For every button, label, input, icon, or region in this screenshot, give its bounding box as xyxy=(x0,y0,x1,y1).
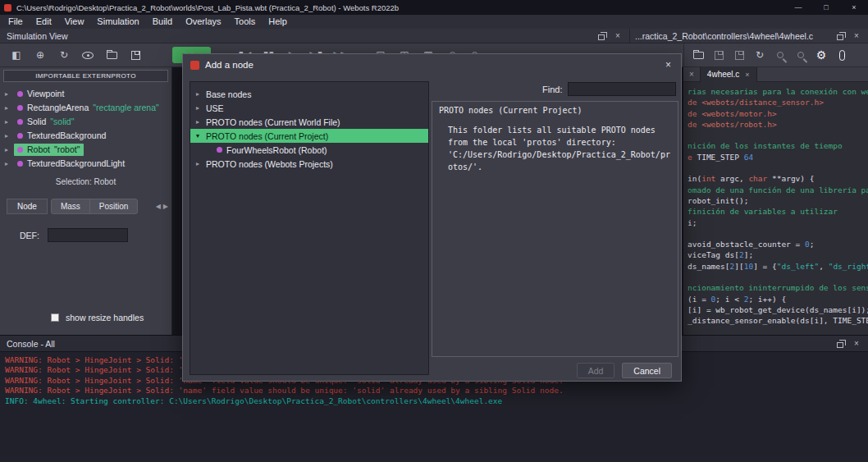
dialog-tree: ▸Base nodes▸USE▸PROTO nodes (Current Wor… xyxy=(190,81,429,375)
simulation-view-close-button[interactable]: × xyxy=(613,30,623,42)
dialog-close-button[interactable]: × xyxy=(663,59,674,71)
close-tab-bar-icon[interactable]: × xyxy=(683,70,700,79)
menu-item-view[interactable]: View xyxy=(58,15,91,29)
scene-tree-item-texturedbackground[interactable]: ▸TexturedBackground xyxy=(0,129,171,143)
code-line: ncionamiento ininterrumpido de los senso… xyxy=(688,282,868,293)
attach-icon[interactable] xyxy=(835,46,848,64)
chevron-right-icon: ▸ xyxy=(196,118,206,126)
chevron-right-icon: ▸ xyxy=(196,160,206,167)
chevron-down-icon: ▾ xyxy=(196,132,206,140)
find-replace-icon[interactable] xyxy=(794,46,807,64)
maximize-button[interactable]: □ xyxy=(812,0,840,15)
scene-tree: ▸Viewpoint▸RectangleArena"rectangle aren… xyxy=(0,87,171,171)
reload-world-icon[interactable]: ↻ xyxy=(57,46,71,64)
save-all-icon[interactable] xyxy=(733,46,746,64)
open-file-icon[interactable] xyxy=(692,46,705,64)
menu-item-tools[interactable]: Tools xyxy=(228,15,263,29)
console-line: WARNING: Robot > HingeJoint > Solid: 'na… xyxy=(5,386,863,396)
menu-bar: FileEditViewSimulationBuildOverlaysTools… xyxy=(0,15,868,29)
editor-dock-float-button[interactable] xyxy=(835,30,845,42)
selection-label: Selection: Robot xyxy=(0,177,171,186)
preferences-gear-icon[interactable]: ⚙ xyxy=(815,46,828,64)
chevron-right-icon: ▸ xyxy=(5,132,14,140)
minimize-button[interactable]: — xyxy=(784,0,812,15)
menu-item-help[interactable]: Help xyxy=(262,15,294,29)
dialog-tree-item-base-nodes[interactable]: ▸Base nodes xyxy=(190,87,428,101)
title-bar: C:\Users\Rodrigo\Desktop\Practica_2_Robo… xyxy=(0,0,868,15)
field-editor-tabs: Node Mass Position ◀ ▶ xyxy=(0,197,171,215)
editor-dock-header: ...ractica_2_Robot\controllers\4wheel\4w… xyxy=(629,29,868,43)
scene-tree-item-texturedbackgroundlight[interactable]: ▸TexturedBackgroundLight xyxy=(0,157,171,171)
add-node-icon[interactable]: ⊕ xyxy=(34,46,47,64)
code-line: viceTag ds[2]; xyxy=(688,249,868,260)
dialog-title: Add a node xyxy=(205,60,657,70)
dialog-tree-item-proto-nodes-webots-projects[interactable]: ▸PROTO nodes (Webots Projects) xyxy=(190,157,428,171)
chevron-right-icon: ▸ xyxy=(5,90,14,98)
node-info-title: PROTO nodes (Current Project) xyxy=(439,106,671,115)
simulation-view-title: Simulation View xyxy=(7,31,68,41)
scene-tree-item-robot[interactable]: ▸Robot"robot" xyxy=(0,143,171,157)
node-icon xyxy=(217,147,222,153)
cancel-button[interactable]: Cancel xyxy=(622,363,672,378)
close-button[interactable]: × xyxy=(840,0,868,15)
code-line: de <webots/distance_sensor.h> xyxy=(688,97,868,107)
chevron-right-icon: ▸ xyxy=(196,104,206,112)
code-area[interactable]: rias necesarias para la conexión con web… xyxy=(683,82,868,327)
code-line: robot_init(); xyxy=(688,195,868,206)
editor-dock-close-button[interactable]: × xyxy=(852,30,861,42)
dialog-tree-item-use[interactable]: ▸USE xyxy=(190,101,428,115)
window-title: C:\Users\Rodrigo\Desktop\Practica_2_Robo… xyxy=(16,3,784,12)
tab-node[interactable]: Node xyxy=(7,199,48,214)
menu-item-edit[interactable]: Edit xyxy=(30,15,58,29)
dialog-tree-item-fourwheelsrobot-robot[interactable]: FourWheelsRobot (Robot) xyxy=(190,143,428,157)
tab-scroll-right-icon[interactable]: ▶ xyxy=(163,203,168,210)
find-icon[interactable] xyxy=(774,46,787,64)
tab-mass[interactable]: Mass xyxy=(52,199,89,213)
dialog-tree-item-proto-nodes-current-world-file[interactable]: ▸PROTO nodes (Current World File) xyxy=(190,115,428,129)
node-icon xyxy=(17,119,23,125)
importable-externproto-button[interactable]: IMPORTABLE EXTERNPROTO xyxy=(3,70,168,82)
editor-tab-bar: × 4wheel.c × xyxy=(683,67,868,82)
menu-item-overlays[interactable]: Overlays xyxy=(179,15,227,29)
add-node-dialog: Add a node × ▸Base nodes▸USE▸PROTO nodes… xyxy=(182,53,682,382)
console-close-button[interactable]: × xyxy=(852,338,861,350)
scene-tree-item-viewpoint[interactable]: ▸Viewpoint xyxy=(0,87,171,101)
console-float-button[interactable] xyxy=(835,338,845,350)
open-world-icon[interactable] xyxy=(105,46,118,64)
menu-item-build[interactable]: Build xyxy=(146,15,179,29)
webots-window: C:\Users\Rodrigo\Desktop\Practica_2_Robo… xyxy=(0,0,868,462)
node-icon xyxy=(17,105,23,111)
code-line: finición de variables a utilizar xyxy=(688,206,868,217)
tab-position[interactable]: Position xyxy=(89,199,138,213)
def-input[interactable] xyxy=(48,228,128,242)
code-line: [i] = wb_robot_get_device(ds_names[i]); xyxy=(688,304,868,315)
node-info-body: This folder lists all suitable PROTO nod… xyxy=(439,124,670,173)
code-line xyxy=(688,162,868,173)
tab-4wheel-c[interactable]: 4wheel.c × xyxy=(700,67,757,82)
show-resize-handles-checkbox[interactable] xyxy=(51,313,59,322)
def-label: DEF: xyxy=(20,231,39,240)
console-line: INFO: 4wheel: Starting controller: C:\Us… xyxy=(5,396,863,406)
chevron-right-icon: ▸ xyxy=(5,146,14,153)
menu-item-file[interactable]: File xyxy=(2,15,30,29)
scene-tree-item-rectanglearena[interactable]: ▸RectangleArena"rectangle arena" xyxy=(0,101,171,115)
code-line: de <webots/motor.h> xyxy=(688,108,868,119)
add-button[interactable]: Add xyxy=(577,363,615,378)
dialog-tree-item-proto-nodes-current-project[interactable]: ▾PROTO nodes (Current Project) xyxy=(190,129,428,143)
find-input[interactable] xyxy=(568,82,676,96)
save-world-icon[interactable] xyxy=(129,46,142,64)
simulation-view-float-button[interactable] xyxy=(596,30,606,42)
save-file-icon[interactable] xyxy=(712,46,725,64)
menu-item-simulation[interactable]: Simulation xyxy=(90,15,145,29)
find-label: Find: xyxy=(542,85,562,94)
show-rendering-icon[interactable] xyxy=(81,46,94,64)
scene-tree-item-solid[interactable]: ▸Solid"solid" xyxy=(0,115,171,129)
tab-scroll-left-icon[interactable]: ◀ xyxy=(156,203,161,210)
chevron-right-icon: ▸ xyxy=(196,90,206,98)
revert-file-icon[interactable]: ↻ xyxy=(753,46,766,64)
tab-close-icon[interactable]: × xyxy=(745,71,749,79)
code-line: de <webots/robot.h> xyxy=(688,119,868,130)
code-line: rias necesarias para la conexión con web… xyxy=(688,86,868,97)
toggle-scene-tree-icon[interactable]: ◧ xyxy=(10,46,23,64)
code-line: _distance_sensor_enable(ds[i], TIME_STEP… xyxy=(688,315,868,326)
